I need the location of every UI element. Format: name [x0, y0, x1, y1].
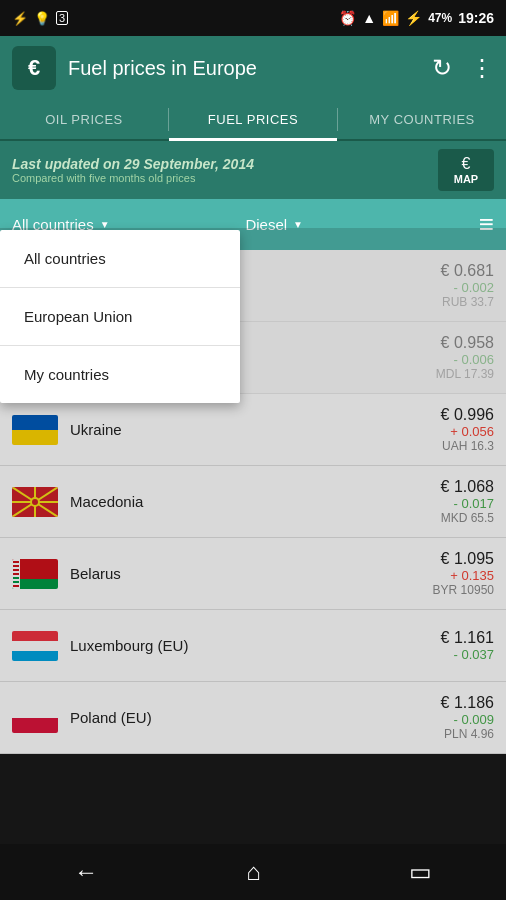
dropdown-item-all-countries[interactable]: All countries: [0, 230, 240, 288]
lightbulb-icon: 💡: [34, 11, 50, 26]
clock: 19:26: [458, 10, 494, 26]
tab-oil-prices[interactable]: OIL PRICES: [0, 100, 168, 139]
last-updated: Last updated on 29 September, 2014: [12, 156, 254, 172]
app-icon: €: [12, 46, 56, 90]
tab-my-countries[interactable]: MY COUNTRIES: [338, 100, 506, 139]
sim-icon: 3: [56, 11, 68, 25]
tab-bar: OIL PRICES FUEL PRICES MY COUNTRIES: [0, 100, 506, 141]
info-text: Last updated on 29 September, 2014 Compa…: [12, 156, 254, 184]
dropdown-item-european-union[interactable]: European Union: [0, 288, 240, 346]
bottom-navigation: ← ⌂ ▭: [0, 844, 506, 900]
signal-icon: 📶: [382, 10, 399, 26]
tab-fuel-prices[interactable]: FUEL PRICES: [169, 100, 337, 139]
dropdown-item-my-countries[interactable]: My countries: [0, 346, 240, 403]
app-title: Fuel prices in Europe: [68, 57, 420, 80]
wifi-icon: ▲: [362, 10, 376, 26]
alarm-icon: ⏰: [339, 10, 356, 26]
app-header: € Fuel prices in Europe ↻ ⋮: [0, 36, 506, 100]
back-button[interactable]: ←: [74, 858, 98, 886]
status-left-icons: ⚡ 💡 3: [12, 11, 68, 26]
compared-text: Compared with five months old prices: [12, 172, 254, 184]
country-dropdown: All countries European Union My countrie…: [0, 230, 240, 403]
battery-percent: 47%: [428, 11, 452, 25]
map-button[interactable]: € MAP: [438, 149, 494, 191]
recent-apps-button[interactable]: ▭: [409, 858, 432, 886]
header-actions: ↻ ⋮: [432, 54, 494, 82]
usb-icon: ⚡: [12, 11, 28, 26]
app-icon-text: €: [28, 55, 40, 81]
refresh-button[interactable]: ↻: [432, 54, 452, 82]
home-button[interactable]: ⌂: [246, 858, 261, 886]
status-bar: ⚡ 💡 3 ⏰ ▲ 📶 ⚡ 47% 19:26: [0, 0, 506, 36]
status-right-icons: ⏰ ▲ 📶 ⚡ 47% 19:26: [339, 10, 494, 26]
more-options-button[interactable]: ⋮: [470, 54, 494, 82]
map-label: MAP: [448, 173, 484, 185]
info-bar: Last updated on 29 September, 2014 Compa…: [0, 141, 506, 199]
battery-charging-icon: ⚡: [405, 10, 422, 26]
